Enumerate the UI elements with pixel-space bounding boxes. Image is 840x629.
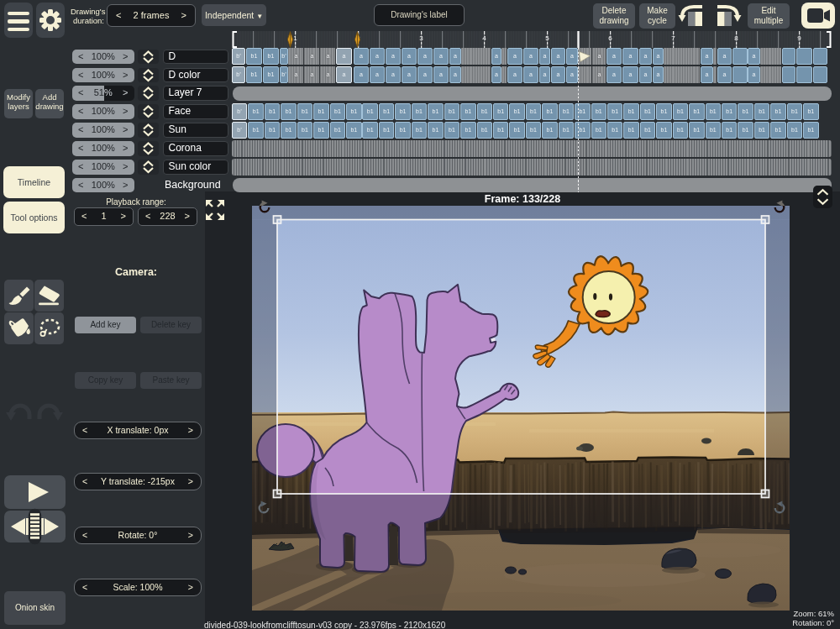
svg-text:1: 1: [293, 34, 297, 42]
svg-text:8: 8: [734, 34, 738, 42]
svg-text:3: 3: [419, 34, 423, 42]
svg-text:7: 7: [671, 34, 675, 42]
svg-text:9: 9: [797, 34, 801, 42]
svg-text:6: 6: [608, 34, 612, 42]
svg-text:4: 4: [482, 34, 486, 42]
svg-text:5: 5: [545, 34, 549, 42]
